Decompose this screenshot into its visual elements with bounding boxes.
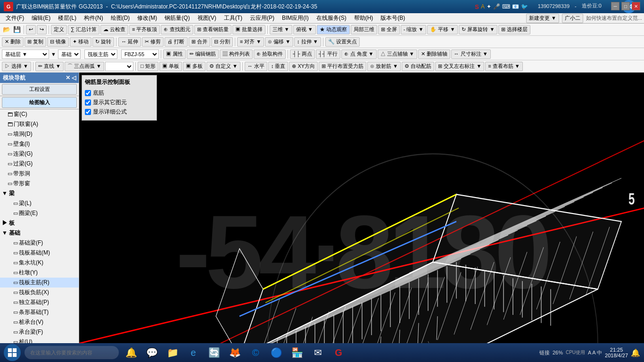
menu-file[interactable]: 文件(F) <box>2 13 28 23</box>
tree-group-beam[interactable]: ▼ 梁 <box>0 189 79 198</box>
drawing-input-button[interactable]: 绘图输入 <box>2 97 77 108</box>
start-button[interactable] <box>4 344 21 361</box>
project-setup-button[interactable]: 工程设置 <box>2 84 77 95</box>
menu-view[interactable]: 视图(V) <box>194 13 220 23</box>
tree-item-over-beam[interactable]: ▭过梁(G) <box>0 159 79 169</box>
menu-component[interactable]: 构件(N) <box>80 13 107 23</box>
select-button[interactable]: ▷ 选择 ▼ <box>2 62 31 71</box>
cloud-check-button[interactable]: ☁ 云检查 <box>100 25 128 34</box>
properties-button[interactable]: ▣ 属性 <box>163 49 186 59</box>
single-plate-button[interactable]: ▣ 单板 <box>159 62 182 71</box>
arc-button[interactable]: ⌒ 三点画弧 ▼ <box>65 62 104 71</box>
find-elem-button[interactable]: ⊕ 查找图元 <box>161 25 193 34</box>
vertical-button[interactable]: ↕ 垂直 <box>268 62 289 71</box>
tree-item-cap-beam[interactable]: ▭承台梁(F) <box>0 327 79 337</box>
tree-group-plate[interactable]: ▶ 板 <box>0 218 79 228</box>
delete-button[interactable]: ✕ 删除 <box>2 37 24 47</box>
flatten-button[interactable]: ≡ 平齐板顶 <box>129 25 160 34</box>
offset-button[interactable]: ⊙ 偏移 ▼ <box>265 37 293 47</box>
redo-button[interactable]: ↪ <box>37 25 47 34</box>
extend-button[interactable]: ↔ 延伸 <box>118 37 141 47</box>
tree-item-niche[interactable]: ▭壁龛(I) <box>0 139 79 149</box>
tree-item-raft-main-rebar[interactable]: ▭筏板主筋(R) <box>0 278 79 288</box>
draw-mode-select[interactable] <box>105 62 133 71</box>
sidebar-close-icon[interactable]: ✕ ◁ <box>66 74 76 81</box>
auto-dist-button[interactable]: ⚙ 自动配筋 <box>402 62 434 71</box>
show-formula-checkbox[interactable] <box>85 109 91 115</box>
checkbox-show-other[interactable]: 显示其它图元 <box>85 99 154 107</box>
close-button[interactable]: ✕ <box>632 2 640 10</box>
window-controls[interactable]: ─ □ ✕ <box>611 2 640 10</box>
menu-tools[interactable]: 工具(T) <box>220 13 246 23</box>
menu-floor[interactable]: 楼层(L) <box>54 13 80 23</box>
task-icon-1[interactable]: 🔔 <box>123 344 140 361</box>
tree-item-isolated-found[interactable]: ▭独立基础(P) <box>0 297 79 307</box>
tray-notification[interactable]: 🔔 <box>631 348 640 357</box>
task-icon-mail[interactable]: ✉ <box>309 344 326 361</box>
tree-item-strip-window[interactable]: ▭带形窗 <box>0 179 79 189</box>
menu-rebar-qty[interactable]: 钢筋量(Q) <box>161 13 193 23</box>
move-button[interactable]: ✦ 移动 <box>70 37 91 47</box>
xy-dir-button[interactable]: ⊕ XY方向 <box>289 62 318 71</box>
multi-plate-button[interactable]: ▣ 多板 <box>183 62 206 71</box>
pull-button[interactable]: ↕ 拉伸 ▼ <box>294 37 321 47</box>
tree-item-window[interactable]: 🗔窗(C) <box>0 109 79 119</box>
maximize-button[interactable]: □ <box>621 2 630 10</box>
screen-rotate-button[interactable]: ↻ 屏幕旋转 ▼ <box>459 25 497 34</box>
floor-view-button[interactable]: 俯视 ▼ <box>293 25 316 34</box>
menu-help[interactable]: 帮助(H) <box>350 13 377 23</box>
dynamic-obs-button[interactable]: ★ 动态观察 <box>317 25 350 34</box>
tree-item-conn-beam[interactable]: ▭连梁(G) <box>0 149 79 159</box>
menu-draw[interactable]: 绘图(D) <box>107 13 134 23</box>
trim-button[interactable]: ✂ 修剪 <box>142 37 164 47</box>
summary-button[interactable]: ∑ 汇总计算 <box>68 25 99 34</box>
save-button[interactable]: 💾 <box>12 25 22 34</box>
view-rebar-button[interactable]: ⊞ 查看钢筋量 <box>194 25 231 34</box>
select-layer-button[interactable]: ⊞ 选择楼层 <box>498 25 530 34</box>
tree-item-raft-neg-rebar[interactable]: ▭筏板负筋(X) <box>0 288 79 297</box>
menu-modify[interactable]: 修改(M) <box>133 13 161 23</box>
delete-aux-button[interactable]: ✕ 删除辅轴 <box>418 49 450 59</box>
show-other-checkbox[interactable] <box>85 99 91 106</box>
task-icon-6[interactable]: © <box>247 344 264 361</box>
tree-item-sump[interactable]: ▭集水坑(K) <box>0 258 79 268</box>
pan-button[interactable]: ✋ 平移 ▼ <box>427 25 458 34</box>
fbzj-select[interactable]: FBZJ-55 <box>121 49 159 59</box>
fullscreen-button[interactable]: ⊞ 全屏 <box>378 25 400 34</box>
tree-item-raft-foundation[interactable]: ▭筏板基础(M) <box>0 248 79 258</box>
checkbox-bottom-rebar[interactable]: 底筋 <box>85 89 154 97</box>
base-layer-select[interactable]: 基础层 ▼ <box>2 49 49 59</box>
custom-button[interactable]: ⚙ 自定义 ▼ <box>206 62 240 71</box>
pickup-button[interactable]: ⊕ 拾取构件 <box>254 49 286 59</box>
task-icon-5[interactable]: 🦊 <box>226 344 243 361</box>
task-icon-ggj[interactable]: G <box>330 344 347 361</box>
taskbar-search[interactable] <box>25 346 119 359</box>
check-distrib-button[interactable]: ≡ 查看布筋 ▼ <box>485 62 522 71</box>
mirror-button[interactable]: ⊟ 镜像 <box>47 37 69 47</box>
merge-button[interactable]: ⊞ 合并 <box>189 37 210 47</box>
tree-item-strip-hole[interactable]: ▭带形洞 <box>0 169 79 179</box>
task-icon-store[interactable]: 🏪 <box>289 344 305 361</box>
foundation-select[interactable]: 基础 <box>58 49 81 59</box>
minimize-button[interactable]: ─ <box>611 2 619 10</box>
checkbox-show-formula[interactable]: 显示详细公式 <box>85 108 154 116</box>
line-button[interactable]: ✏ 直线 ▼ <box>35 62 64 71</box>
task-icon-2[interactable]: 💬 <box>143 344 160 361</box>
rebar-main-select[interactable]: 筏板主筋 <box>84 49 117 59</box>
local-view-button[interactable]: 局部三维 <box>351 25 377 34</box>
menu-edit[interactable]: 编辑(E) <box>28 13 54 23</box>
print-button[interactable]: 🖨 打断 <box>165 37 187 47</box>
component-list-button[interactable]: ▤ 构件列表 <box>220 49 253 59</box>
set-fixture-button[interactable]: 🔧 设置夹点 <box>325 37 360 47</box>
align-button[interactable]: ≡ 对齐 ▼ <box>237 37 264 47</box>
rect-button[interactable]: □ 矩形 <box>138 62 158 71</box>
tree-item-door-window[interactable]: 🗔门联窗(A) <box>0 119 79 129</box>
two-points-button[interactable]: ┤├ 两点 <box>290 49 315 59</box>
radiate-button[interactable]: ⊙ 放射筋 ▼ <box>367 62 401 71</box>
corner-angle-button[interactable]: ⊕ 点 角度 ▼ <box>341 49 376 59</box>
tree-item-strip-found[interactable]: ▭条形基础(T) <box>0 307 79 317</box>
tree-item-beam[interactable]: ▭梁(L) <box>0 198 79 208</box>
tree-item-ring-beam[interactable]: ▭圈梁(E) <box>0 208 79 218</box>
dim-annot-button[interactable]: ↔ 尺寸标注 ▼ <box>451 49 491 59</box>
view3d-button[interactable]: 三维 ▼ <box>270 25 292 34</box>
